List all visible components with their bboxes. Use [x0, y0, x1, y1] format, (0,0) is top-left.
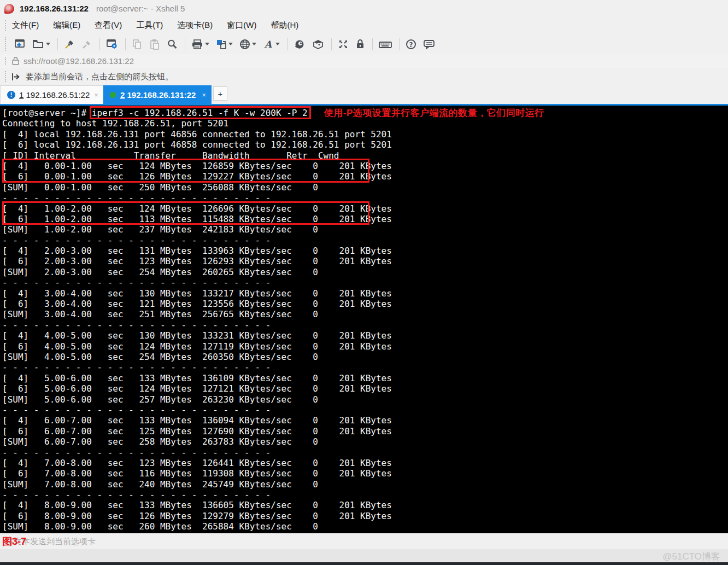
bottom-edge-strip — [0, 562, 728, 565]
window-title-rest: root@server:~ - Xshell 5 — [96, 4, 185, 13]
lock-icon[interactable] — [354, 38, 367, 51]
add-session-arrow-icon[interactable] — [12, 73, 21, 81]
menu-item-5[interactable]: 窗口(W) — [227, 20, 256, 31]
tab-session-2[interactable]: 2 192.168.26.131:22 × — [103, 85, 212, 104]
separator-line: - - - - - - - - - - - - - - - - - - - - … — [2, 490, 728, 500]
xftp-icon[interactable] — [310, 38, 326, 51]
toolbar-separator — [372, 38, 373, 50]
iperf-row: [ 4] 2.00-3.00 sec 131 MBytes 133963 KBy… — [2, 246, 728, 256]
dropdown-caret-icon[interactable] — [275, 43, 280, 45]
notice-text: 要添加当前会话，点击左侧的箭头按钮。 — [26, 72, 173, 82]
tab-1-close-icon[interactable]: × — [90, 91, 98, 99]
separator-line: - - - - - - - - - - - - - - - - - - - - … — [2, 405, 728, 415]
disconnect-icon[interactable] — [80, 38, 94, 51]
font-icon[interactable]: A — [261, 38, 281, 51]
help-icon[interactable]: ? — [404, 38, 418, 51]
tab-1-label: 1 192.168.26.51:22 — [19, 90, 90, 100]
tab-2-close-icon[interactable]: × — [197, 91, 206, 99]
session-properties-icon[interactable] — [104, 38, 120, 51]
terminal-line: Connecting to host 192.168.26.51, port 5… — [2, 118, 728, 129]
session-url: ssh://root@192.168.26.131:22 — [24, 56, 134, 66]
toolbar-separator — [331, 38, 332, 50]
menu-item-4[interactable]: 选项卡(B) — [177, 20, 213, 31]
dropdown-caret-icon[interactable] — [205, 43, 209, 45]
toolbar-separator — [287, 38, 287, 50]
iperf-row: [ 6] 3.00-4.00 sec 121 MBytes 123556 KBy… — [2, 299, 728, 309]
print-icon[interactable] — [190, 38, 211, 51]
iperf-sum-row: [SUM] 6.00-7.00 sec 258 MBytes 263783 KB… — [2, 436, 728, 447]
iperf-row: [ 6] 8.00-9.00 sec 126 MBytes 129279 KBy… — [2, 511, 728, 521]
connect-icon[interactable] — [62, 38, 77, 51]
iperf-row: [ 6] 5.00-6.00 sec 124 MBytes 127121 KBy… — [2, 383, 728, 394]
terminal-screen[interactable]: [root@server ~]# iperf3 -c 192.168.26.51… — [0, 106, 728, 533]
keyboard-icon[interactable] — [377, 38, 394, 51]
iperf-row: [ 4] 7.00-8.00 sec 123 MBytes 126441 KBy… — [2, 458, 728, 468]
tab-bar: ! 1 192.168.26.51:22 × 2 192.168.26.131:… — [0, 85, 728, 104]
terminal-line: [ 4] local 192.168.26.131 port 46856 con… — [2, 129, 728, 139]
dropdown-caret-icon[interactable] — [228, 43, 233, 45]
menu-item-2[interactable]: 查看(V) — [95, 20, 122, 31]
toolbar-separator — [99, 38, 100, 50]
connected-dot-icon — [110, 92, 116, 98]
separator-line: - - - - - - - - - - - - - - - - - - - - … — [2, 193, 728, 203]
xshell-icon[interactable] — [292, 38, 307, 51]
title-bar: 192.168.26.131:22 root@server:~ - Xshell… — [0, 0, 728, 17]
copy-icon[interactable] — [130, 38, 144, 51]
menu-item-1[interactable]: 编辑(E) — [53, 20, 80, 31]
menu-bar: 文件(F)编辑(E)查看(V)工具(T)选项卡(B)窗口(W)帮助(H) — [0, 17, 728, 34]
toolbar-separator — [399, 38, 400, 50]
dropdown-caret-icon[interactable] — [46, 43, 50, 45]
figure-caption: 图3-7 — [2, 535, 26, 548]
paste-icon[interactable] — [148, 38, 162, 51]
menu-drag-handle — [5, 20, 6, 31]
dropdown-caret-icon[interactable] — [252, 43, 256, 45]
iperf-row: [ 4] 8.00-9.00 sec 133 MBytes 136605 KBy… — [2, 500, 728, 510]
address-bar[interactable]: ssh://root@192.168.26.131:22 — [0, 54, 728, 68]
menu-item-6[interactable]: 帮助(H) — [271, 20, 298, 31]
fullscreen-icon[interactable] — [336, 38, 350, 51]
command-line: [root@server ~]# iperf3 -c 192.168.26.51… — [2, 108, 728, 118]
iperf-row: [ 4] 1.00-2.00 sec 124 MBytes 126696 KBy… — [2, 203, 369, 214]
new-tab-button[interactable]: + — [213, 86, 227, 101]
shell-prompt: [root@server ~]# — [2, 108, 92, 118]
iperf-row: [ 6] 6.00-7.00 sec 125 MBytes 127690 KBy… — [2, 426, 728, 436]
separator-line: - - - - - - - - - - - - - - - - - - - - … — [2, 235, 728, 246]
notice-bar: 要添加当前会话，点击左侧的箭头按钮。 — [0, 68, 728, 85]
open-folder-icon[interactable] — [31, 38, 52, 51]
xshell-logo-icon — [4, 4, 14, 14]
capture-icon[interactable] — [214, 38, 234, 51]
svg-text:A: A — [264, 39, 272, 50]
find-icon[interactable] — [165, 38, 179, 51]
toolbar-separator — [125, 38, 126, 50]
highlight-box: [ 4] 1.00-2.00 sec 124 MBytes 126696 KBy… — [2, 203, 369, 225]
web-icon[interactable] — [238, 38, 258, 51]
alert-badge-icon: ! — [7, 91, 15, 99]
highlighted-command: iperf3 -c 192.168.26.51 -f K -w 200K -P … — [92, 108, 308, 118]
iperf-sum-row: [SUM] 2.00-3.00 sec 254 MBytes 260265 KB… — [2, 267, 728, 277]
iperf-row: [ 4] 4.00-5.00 sec 130 MBytes 133231 KBy… — [2, 330, 728, 341]
iperf-sum-row: [SUM] 1.00-2.00 sec 237 MBytes 242183 KB… — [2, 224, 728, 235]
iperf-row: [ 6] 4.00-5.00 sec 124 MBytes 127119 KBy… — [2, 341, 728, 352]
red-annotation: 使用-P选项设置并行客户端流的数量，它们同时运行 — [324, 108, 544, 118]
menu-item-3[interactable]: 工具(T) — [136, 20, 163, 31]
tab-2-label: 2 192.168.26.131:22 — [120, 90, 196, 100]
svg-text:?: ? — [409, 40, 413, 48]
iperf-sum-row: [SUM] 4.00-5.00 sec 254 MBytes 260350 KB… — [2, 352, 728, 362]
toolbar: A? — [0, 34, 728, 54]
toolbar-drag-handle — [5, 37, 6, 51]
separator-line: - - - - - - - - - - - - - - - - - - - - … — [2, 362, 728, 372]
window-title-host: 192.168.26.131:22 — [20, 4, 89, 13]
highlight-box: [ 4] 0.00-1.00 sec 124 MBytes 126859 KBy… — [2, 161, 369, 182]
iperf-row: [ 4] 6.00-7.00 sec 133 MBytes 136094 KBy… — [2, 415, 728, 426]
tab-session-1[interactable]: ! 1 192.168.26.51:22 × — [0, 85, 103, 104]
xshell-window: 192.168.26.131:22 root@server:~ - Xshell… — [0, 0, 728, 565]
menu-item-0[interactable]: 文件(F) — [12, 20, 39, 31]
status-subbar: @51CTO博客 — [0, 549, 728, 562]
terminal-line: [ 6] local 192.168.26.131 port 46858 con… — [2, 139, 728, 150]
iperf-sum-row: [SUM] 0.00-1.00 sec 250 MBytes 256088 KB… — [2, 182, 728, 193]
iperf-row: [ 6] 7.00-8.00 sec 116 MBytes 119308 KBy… — [2, 468, 728, 479]
toolbar-separator — [57, 38, 58, 50]
new-session-icon[interactable] — [12, 38, 27, 51]
feedback-icon[interactable] — [421, 38, 437, 51]
separator-line: - - - - - - - - - - - - - - - - - - - - … — [2, 447, 728, 458]
